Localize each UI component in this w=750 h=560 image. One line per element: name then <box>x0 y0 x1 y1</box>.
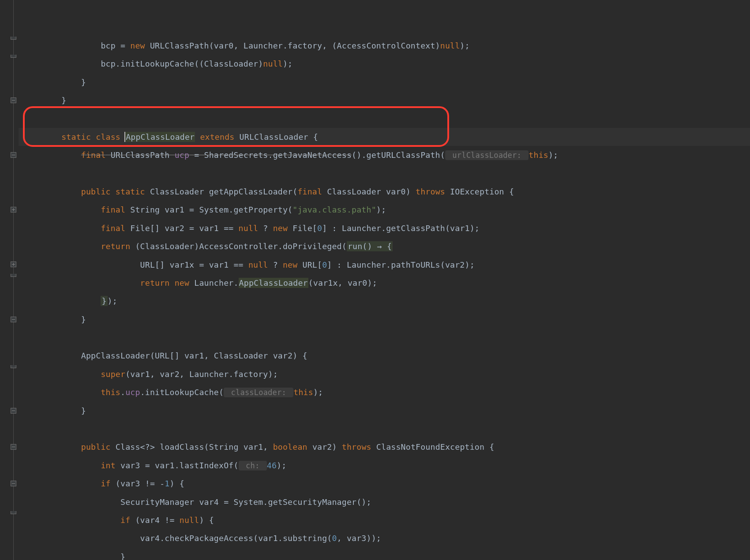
gutter-line <box>0 91 19 109</box>
code-line[interactable] <box>22 420 750 438</box>
gutter-line <box>0 201 19 219</box>
code-token: } <box>22 406 86 415</box>
code-token: } <box>22 315 86 324</box>
code-line[interactable]: super(var1, var2, Launcher.factory); <box>22 365 750 383</box>
inlay-hint: ch: <box>239 461 267 470</box>
code-line[interactable]: return new Launcher.AppClassLoader(var1x… <box>22 274 750 292</box>
code-token: AppClassLoader <box>124 132 195 142</box>
number-token: 0 <box>322 260 327 269</box>
code-token: String var1 = System.getProperty( <box>125 205 292 214</box>
gutter-line <box>0 255 19 273</box>
gutter-line <box>0 183 19 201</box>
gutter-line <box>0 237 19 255</box>
code-line[interactable]: int var3 = var1.lastIndexOf( ch: 46); <box>22 456 750 474</box>
fold-region-end-icon[interactable] <box>11 274 16 277</box>
fold-collapse-icon[interactable] <box>11 317 16 322</box>
gutter-line <box>0 402 19 420</box>
code-area[interactable]: bcp = new URLClassPath(var0, Launcher.fa… <box>19 0 750 560</box>
number-token: 46 <box>267 461 277 470</box>
code-line[interactable]: if (var4 != null) { <box>22 511 750 529</box>
fold-collapse-icon[interactable] <box>11 444 16 450</box>
code-token: ClassLoader getAppClassLoader( <box>145 187 298 196</box>
fold-collapse-icon[interactable] <box>11 481 16 486</box>
fold-region-end-icon[interactable] <box>11 37 16 40</box>
code-token: URL[] var1x = var1 == <box>22 260 248 269</box>
keyword-token: if <box>101 479 115 488</box>
gutter-line <box>0 456 19 474</box>
code-token: ClassLoader var0) <box>322 187 416 196</box>
code-editor[interactable]: bcp = new URLClassPath(var0, Launcher.fa… <box>0 0 750 560</box>
code-token: .initLookupCache( <box>140 388 224 397</box>
keyword-token: new <box>283 260 297 269</box>
fold-collapse-icon[interactable] <box>11 152 16 158</box>
keyword-token: this <box>101 388 120 397</box>
code-token <box>22 242 101 251</box>
inlay-hint: classLoader: <box>224 388 293 397</box>
code-line[interactable]: }); <box>22 292 750 310</box>
code-token: ] : Launcher.getClassPath(var1); <box>322 224 480 233</box>
code-line[interactable]: } <box>22 91 750 109</box>
code-line[interactable]: } <box>22 402 750 420</box>
fold-region-end-icon[interactable] <box>11 55 16 58</box>
code-line[interactable]: var4.checkPackageAccess(var1.substring(0… <box>22 529 750 547</box>
fold-collapse-icon[interactable] <box>11 408 16 414</box>
code-line[interactable]: } <box>22 73 750 91</box>
keyword-token: final <box>81 150 106 160</box>
string-token: "java.class.path" <box>292 205 376 214</box>
code-token <box>22 370 101 379</box>
code-token <box>22 132 61 142</box>
number-token: 1 <box>165 479 169 488</box>
gutter-line <box>0 347 19 365</box>
fold-expand-icon[interactable] <box>11 261 16 267</box>
code-line[interactable] <box>22 329 750 347</box>
fold-collapse-icon[interactable] <box>11 97 16 103</box>
code-token <box>22 388 101 397</box>
code-line[interactable]: final File[] var2 = var1 == null ? new F… <box>22 219 750 237</box>
code-token: ) { <box>199 515 214 525</box>
code-line[interactable]: if (var3 != -1) { <box>22 474 750 493</box>
fold-region-end-icon[interactable] <box>11 511 16 514</box>
code-token <box>22 515 120 525</box>
code-line[interactable] <box>22 109 750 127</box>
keyword-token: final <box>297 187 322 196</box>
code-line[interactable]: bcp = new URLClassPath(var0, Launcher.fa… <box>22 37 750 55</box>
string-token: URLClassPath <box>106 150 175 160</box>
code-line[interactable]: } <box>22 548 750 560</box>
code-line[interactable]: SecurityManager var4 = System.getSecurit… <box>22 493 750 511</box>
code-token: (var4 != <box>135 515 179 525</box>
keyword-token: int <box>101 461 115 470</box>
keyword-token: final <box>101 205 125 214</box>
code-line[interactable]: public Class<?> loadClass(String var1, b… <box>22 438 750 456</box>
code-token: ); <box>108 296 117 306</box>
code-token: URLClassPath(var0, Launcher.factory, (Ac… <box>145 41 440 50</box>
code-line[interactable]: URL[] var1x = var1 == null ? new URL[0] … <box>22 256 750 274</box>
number-token: 0 <box>317 224 322 233</box>
code-token: SecurityManager var4 = System.getSecurit… <box>22 497 371 507</box>
code-line[interactable]: bcp.initLookupCache((ClassLoader)null); <box>22 55 750 73</box>
code-token <box>22 278 140 287</box>
fold-expand-icon[interactable] <box>11 207 16 213</box>
code-line[interactable]: final URLClassPath ucp = SharedSecrets.g… <box>22 146 750 164</box>
code-token: IOException { <box>445 187 514 196</box>
keyword-token: null <box>263 59 283 68</box>
code-token: var2) <box>308 442 342 452</box>
keyword-token: if <box>120 515 135 525</box>
code-line[interactable]: static class AppClassLoader extends URLC… <box>19 128 750 146</box>
code-line[interactable] <box>22 164 750 183</box>
keyword-token: extends <box>195 132 234 142</box>
code-line[interactable]: } <box>22 310 750 329</box>
gutter-line <box>0 292 19 310</box>
code-line[interactable]: public static ClassLoader getAppClassLoa… <box>22 183 750 201</box>
code-line[interactable]: return (ClassLoader)AccessController.doP… <box>22 237 750 255</box>
gutter-line <box>0 420 19 438</box>
code-line[interactable]: this.ucp.initLookupCache( classLoader: t… <box>22 383 750 401</box>
code-token <box>22 296 101 306</box>
fold-region-end-icon[interactable] <box>11 365 16 368</box>
code-token: var3 = var1.lastIndexOf( <box>116 461 239 470</box>
code-line[interactable]: final String var1 = System.getProperty("… <box>22 201 750 219</box>
gutter-line <box>0 0 19 18</box>
number-token: 0 <box>332 534 337 543</box>
code-token: var4.checkPackageAccess(var1.substring( <box>22 534 332 543</box>
code-token: ); <box>460 41 469 50</box>
code-line[interactable]: AppClassLoader(URL[] var1, ClassLoader v… <box>22 347 750 365</box>
